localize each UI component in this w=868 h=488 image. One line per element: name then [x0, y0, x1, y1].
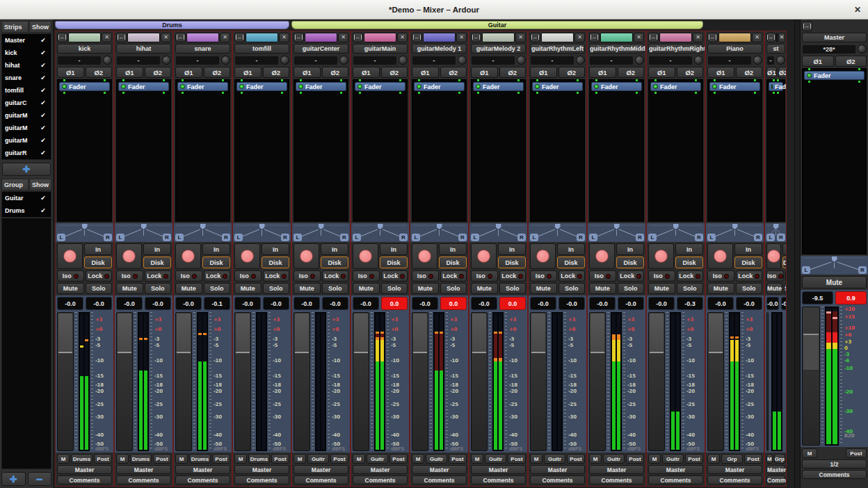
record-enable-button[interactable] — [471, 243, 497, 269]
pan-right-button[interactable]: R — [754, 234, 762, 241]
disk-button[interactable]: Disk — [321, 257, 348, 268]
solo-lock-button[interactable]: Lock — [440, 270, 467, 282]
hide-strip-button[interactable]: ✕ — [456, 33, 467, 42]
shrink-strip-button[interactable]: ↔ — [412, 33, 422, 42]
list-item[interactable]: guitarR ✔ — [2, 147, 51, 159]
output-button[interactable]: Master — [530, 465, 585, 474]
solo-lock-button[interactable]: Lock — [86, 270, 113, 282]
hide-strip-button[interactable]: ✕ — [338, 33, 348, 42]
fader-handle[interactable] — [118, 314, 131, 353]
fader-handle[interactable] — [354, 314, 368, 353]
group-tab-drums[interactable]: Drums — [55, 21, 289, 29]
solo-isolate-button[interactable]: Iso — [766, 270, 784, 282]
mute-button[interactable]: Mute — [175, 283, 202, 294]
pan-right-button[interactable]: R — [458, 234, 467, 241]
processor-active-led[interactable] — [239, 84, 244, 89]
trim-knob[interactable] — [576, 56, 585, 65]
peak-display[interactable]: -0.0 — [86, 297, 112, 310]
trim-display-button[interactable]: - — [589, 56, 634, 65]
peak-display[interactable]: 0.9 — [835, 291, 867, 304]
pan-right-button[interactable]: R — [222, 234, 230, 241]
remove-group-button[interactable]: ━ — [28, 472, 52, 486]
solo-lock-button[interactable]: Lock — [558, 270, 586, 282]
solo-isolate-button[interactable]: Iso — [353, 270, 380, 282]
strip-name-button[interactable]: st — [766, 44, 785, 54]
solo-lock-button[interactable]: Lock — [677, 270, 704, 282]
gain-display[interactable]: -0.0 — [471, 297, 497, 310]
pan-left-button[interactable]: L — [648, 234, 657, 241]
shrink-strip-button[interactable]: ↔ — [234, 33, 245, 42]
fader-processor-entry[interactable]: Fader — [650, 82, 701, 91]
add-group-button[interactable]: ✚ — [1, 472, 26, 486]
shrink-strip-button[interactable]: ↔ — [589, 33, 600, 42]
fader-slider[interactable] — [116, 312, 133, 451]
solo-lock-button[interactable]: Lock — [499, 270, 527, 282]
checkbox-checked-icon[interactable]: ✔ — [38, 149, 48, 156]
processor-box[interactable]: Fader — [116, 79, 171, 222]
strip-name-button[interactable]: Master — [802, 33, 867, 42]
fader-processor-entry[interactable]: Fader — [118, 82, 169, 91]
pan-right-button[interactable]: R — [340, 234, 348, 241]
solo-lock-button[interactable]: Lock — [204, 270, 231, 282]
shrink-strip-button[interactable]: ↔ — [57, 33, 67, 42]
solo-isolate-button[interactable]: Iso — [294, 270, 321, 282]
show-column-header[interactable]: Show — [29, 179, 51, 190]
peak-display[interactable]: -0.0 — [618, 297, 644, 310]
fader-slider[interactable] — [766, 312, 769, 451]
phase-1-button[interactable]: Ø1 — [589, 67, 616, 78]
hide-strip-button[interactable]: ✕ — [634, 33, 644, 42]
solo-button[interactable]: Solo — [784, 283, 787, 294]
record-enable-button[interactable] — [589, 243, 615, 269]
fader-processor-entry[interactable]: Fader — [769, 82, 783, 91]
hide-strip-button[interactable]: ✕ — [161, 33, 171, 42]
list-item[interactable]: kick ✔ — [2, 47, 51, 59]
phase-2-button[interactable]: Ø2 — [322, 67, 349, 78]
solo-lock-button[interactable]: Lock — [618, 270, 645, 282]
group-button[interactable]: Guitr — [485, 454, 506, 464]
output-button[interactable]: Master — [471, 465, 526, 474]
output-button[interactable]: 1/2 — [802, 459, 867, 469]
meter-point-button[interactable]: Post — [389, 454, 408, 464]
list-item[interactable]: Master ✔ — [2, 34, 51, 47]
solo-button[interactable]: Solo — [263, 283, 290, 294]
gain-display[interactable]: -0.0 — [294, 297, 320, 310]
metering-button[interactable]: M — [353, 454, 365, 464]
hide-strip-button[interactable]: ✕ — [778, 33, 785, 42]
trim-display-button[interactable]: - — [175, 56, 220, 65]
solo-button[interactable]: Solo — [736, 283, 763, 294]
checkbox-checked-icon[interactable]: ✔ — [38, 87, 48, 94]
fader-handle[interactable] — [709, 314, 723, 353]
pan-widget[interactable]: L R — [410, 223, 468, 242]
meter-point-button[interactable]: Post — [567, 454, 585, 464]
meter-point-button[interactable]: Post — [271, 454, 289, 464]
comments-button[interactable]: Comments — [57, 475, 112, 485]
comments-button[interactable]: Comments — [175, 475, 230, 485]
checkbox-checked-icon[interactable]: ✔ — [38, 99, 48, 106]
group-tab-guitar[interactable]: Guitar — [291, 21, 703, 29]
phase-2-button[interactable]: Ø2 — [263, 67, 290, 78]
solo-button[interactable]: Solo — [381, 283, 408, 294]
pan-right-button[interactable]: R — [695, 234, 703, 241]
phase-2-button[interactable]: Ø2 — [618, 67, 645, 78]
fader-handle[interactable] — [531, 314, 545, 353]
strip-name-button[interactable]: hihat — [116, 44, 171, 54]
checkbox-checked-icon[interactable]: ✔ — [38, 37, 48, 44]
meter-point-button[interactable]: Post — [685, 454, 703, 464]
fader-slider[interactable] — [707, 312, 724, 451]
fader-processor-entry[interactable]: Fader — [414, 82, 465, 91]
processor-box[interactable]: Fader — [530, 79, 585, 222]
gain-display[interactable]: -0.0 — [175, 297, 202, 310]
processor-active-led[interactable] — [771, 84, 773, 89]
comments-button[interactable]: Comments — [294, 475, 348, 485]
solo-isolate-button[interactable]: Iso — [707, 270, 734, 282]
list-item[interactable]: Guitar ✔ — [2, 192, 51, 204]
output-button[interactable]: Master — [57, 465, 112, 474]
input-button[interactable]: In — [557, 243, 585, 255]
list-item[interactable]: Drums ✔ — [2, 204, 51, 217]
phase-1-button[interactable]: Ø1 — [707, 67, 734, 78]
fader-handle[interactable] — [58, 314, 72, 353]
processor-box[interactable]: Fader — [707, 79, 762, 222]
list-item[interactable]: snare ✔ — [2, 72, 51, 84]
gain-display[interactable]: -0.0 — [57, 297, 83, 310]
hide-strip-button[interactable]: ✕ — [693, 33, 703, 42]
